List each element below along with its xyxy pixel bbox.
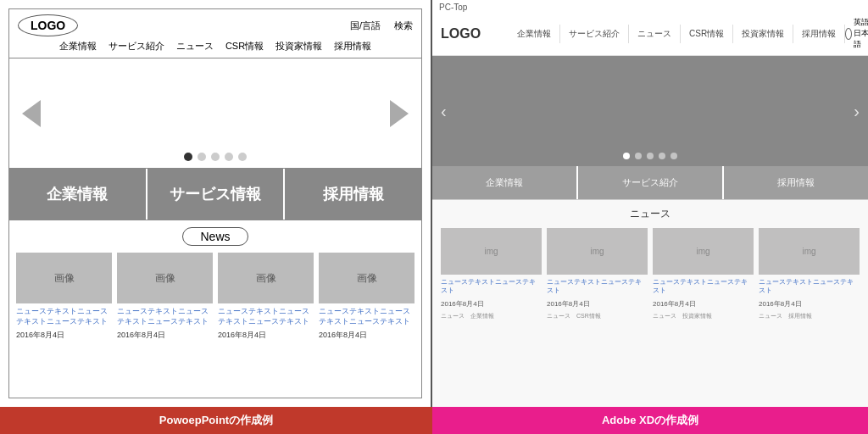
- rp-nav-item-0[interactable]: 企業情報: [509, 25, 560, 43]
- rp-header: LOGO 企業情報 サービス紹介 ニュース CSR情報 投資家情報 採用情報 英…: [432, 12, 868, 56]
- rp-news-grid: img ニューステキストニューステキスト 2016年8月4日 ニュース 企業情報…: [441, 228, 860, 320]
- list-item: img ニューステキストニューステキスト 2016年8月4日 ニュース CSR情…: [547, 228, 648, 320]
- rp-header-right: 英語/日本語 検索: [845, 17, 868, 50]
- rp-news-text-2: ニューステキストニューステキスト: [653, 278, 754, 296]
- rp-news-img-3: img: [759, 228, 860, 275]
- rp-tab-bar: PC-Top: [432, 0, 868, 12]
- rp-quick-item-0[interactable]: 企業情報: [432, 166, 578, 199]
- rp-news-section: ニュース img ニューステキストニューステキスト 2016年8月4日 ニュース…: [432, 200, 868, 407]
- lp-logo: LOGO: [18, 14, 78, 36]
- rp-tab-label[interactable]: PC-Top: [439, 3, 467, 12]
- rp-lang-label[interactable]: 英語/日本語: [854, 17, 868, 50]
- rp-nav-item-5[interactable]: 採用情報: [793, 25, 845, 43]
- lp-news-date-3: 2016年8月4日: [319, 330, 415, 341]
- bottom-label-right: Adobe XDの作成例: [432, 407, 868, 434]
- lp-wireframe: LOGO 国/言語 検索 企業情報 サービス紹介 ニュース CSR情報 投資家情…: [8, 8, 422, 398]
- lp-nav-item-2[interactable]: ニュース: [176, 40, 214, 53]
- carousel-dot-4[interactable]: [238, 153, 247, 161]
- list-item: 画像 ニューステキストニューステキストニューステキスト 2016年8月4日: [16, 253, 112, 341]
- bottom-bar: PowoeрPointの作成例 Adobe XDの作成例: [0, 407, 868, 434]
- lp-news-img-0: 画像: [16, 253, 112, 303]
- lp-news-text-1: ニューステキストニューステキストニューステキスト: [117, 307, 213, 326]
- lp-news-text-0: ニューステキストニューステキストニューステキスト: [16, 307, 112, 326]
- rp-quick-item-1[interactable]: サービス紹介: [578, 166, 724, 199]
- list-item: 画像 ニューステキストニューステキストニューステキスト 2016年8月4日: [117, 253, 213, 341]
- rp-news-tag-0: ニュース 企業情報: [441, 312, 542, 320]
- lp-quick-links: 企業情報 サービス情報 採用情報: [9, 169, 421, 220]
- carousel-dot-2[interactable]: [211, 153, 220, 161]
- lp-news-section: News 画像 ニューステキストニューステキストニューステキスト 2016年8月…: [9, 220, 421, 398]
- bottom-label-left: PowoeрPointの作成例: [0, 407, 432, 434]
- lp-carousel: [9, 58, 421, 169]
- globe-icon: [845, 28, 852, 40]
- rp-lang: 英語/日本語: [845, 17, 868, 50]
- rp-news-tag-2: ニュース 投資家情報: [653, 312, 754, 320]
- rp-news-tag-3: ニュース 採用情報: [759, 312, 860, 320]
- carousel-dot-0[interactable]: [184, 153, 192, 161]
- rp-nav: 企業情報 サービス紹介 ニュース CSR情報 投資家情報 採用情報: [509, 25, 845, 43]
- lp-quick-item-2[interactable]: 採用情報: [285, 169, 421, 220]
- list-item: img ニューステキストニューステキスト 2016年8月4日 ニュース 投資家情…: [653, 228, 754, 320]
- rp-carousel-dots: [623, 153, 677, 159]
- left-arrow-icon: [22, 100, 41, 127]
- rp-news-text-3: ニューステキストニューステキスト: [759, 278, 860, 296]
- lp-news-title: News: [16, 227, 415, 246]
- lp-news-date-0: 2016年8月4日: [16, 330, 112, 341]
- rp-news-tag-1: ニュース CSR情報: [547, 312, 648, 320]
- rp-logo: LOGO: [441, 26, 492, 42]
- lp-news-img-1: 画像: [117, 253, 213, 303]
- rp-next-button[interactable]: ›: [854, 102, 860, 121]
- carousel-dot-3[interactable]: [225, 153, 233, 161]
- lp-prev-button[interactable]: [16, 98, 47, 129]
- rp-news-date-2: 2016年8月4日: [653, 299, 754, 309]
- rp-news-text-0: ニューステキストニューステキスト: [441, 278, 542, 296]
- list-item: img ニューステキストニューステキスト 2016年8月4日 ニュース 採用情報: [759, 228, 860, 320]
- lp-quick-item-0[interactable]: 企業情報: [9, 169, 147, 220]
- lp-nav-item-1[interactable]: サービス紹介: [108, 40, 164, 53]
- rp-carousel-dot-2[interactable]: [647, 153, 654, 159]
- lp-header-right: 国/言語 検索: [350, 19, 413, 32]
- lp-nav-item-0[interactable]: 企業情報: [59, 40, 97, 53]
- rp-carousel-dot-0[interactable]: [623, 153, 630, 159]
- rp-news-date-3: 2016年8月4日: [759, 299, 860, 309]
- lp-nav-item-4[interactable]: 投資家情報: [275, 40, 322, 53]
- lp-news-date-1: 2016年8月4日: [117, 330, 213, 341]
- list-item: img ニューステキストニューステキスト 2016年8月4日 ニュース 企業情報: [441, 228, 542, 320]
- lp-news-img-2: 画像: [218, 253, 314, 303]
- list-item: 画像 ニューステキストニューステキストニューステキスト 2016年8月4日: [218, 253, 314, 341]
- rp-quick-links: 企業情報 サービス紹介 採用情報: [432, 166, 868, 200]
- rp-news-title: ニュース: [441, 207, 860, 221]
- rp-quick-item-2[interactable]: 採用情報: [724, 166, 868, 199]
- lp-news-img-3: 画像: [319, 253, 415, 303]
- right-panel: PC-Top LOGO 企業情報 サービス紹介 ニュース CSR情報 投資家情報…: [432, 0, 868, 407]
- lp-next-button[interactable]: [384, 98, 415, 129]
- rp-nav-item-4[interactable]: 投資家情報: [733, 25, 793, 43]
- lp-quick-item-1[interactable]: サービス情報: [147, 169, 286, 220]
- lp-header: LOGO 国/言語 検索 企業情報 サービス紹介 ニュース CSR情報 投資家情…: [9, 9, 421, 58]
- rp-news-date-1: 2016年8月4日: [547, 299, 648, 309]
- lp-news-text-3: ニューステキストニューステキストニューステキスト: [319, 307, 415, 326]
- news-badge: News: [182, 227, 248, 246]
- right-arrow-icon: [390, 100, 409, 127]
- lp-search[interactable]: 検索: [394, 19, 413, 32]
- list-item: 画像 ニューステキストニューステキストニューステキスト 2016年8月4日: [319, 253, 415, 341]
- rp-nav-item-3[interactable]: CSR情報: [681, 25, 733, 43]
- carousel-dot-1[interactable]: [198, 153, 206, 161]
- lp-news-text-2: ニューステキストニューステキストニューステキスト: [218, 307, 314, 326]
- rp-news-img-0: img: [441, 228, 542, 275]
- lp-lang[interactable]: 国/言語: [350, 19, 381, 32]
- rp-carousel-dot-4[interactable]: [670, 153, 677, 159]
- rp-nav-item-1[interactable]: サービス紹介: [560, 25, 629, 43]
- lp-nav-item-3[interactable]: CSR情報: [225, 40, 264, 53]
- rp-news-date-0: 2016年8月4日: [441, 299, 542, 309]
- rp-carousel-dot-1[interactable]: [635, 153, 642, 159]
- lp-nav-item-5[interactable]: 採用情報: [334, 40, 371, 53]
- rp-carousel-dot-3[interactable]: [659, 153, 665, 159]
- lp-news-grid: 画像 ニューステキストニューステキストニューステキスト 2016年8月4日 画像…: [16, 253, 415, 341]
- rp-carousel: ‹ ›: [432, 56, 868, 166]
- rp-nav-item-2[interactable]: ニュース: [629, 25, 681, 43]
- lp-carousel-dots: [184, 153, 247, 161]
- rp-news-img-1: img: [547, 228, 648, 275]
- lp-news-date-2: 2016年8月4日: [218, 330, 314, 341]
- rp-prev-button[interactable]: ‹: [441, 102, 447, 121]
